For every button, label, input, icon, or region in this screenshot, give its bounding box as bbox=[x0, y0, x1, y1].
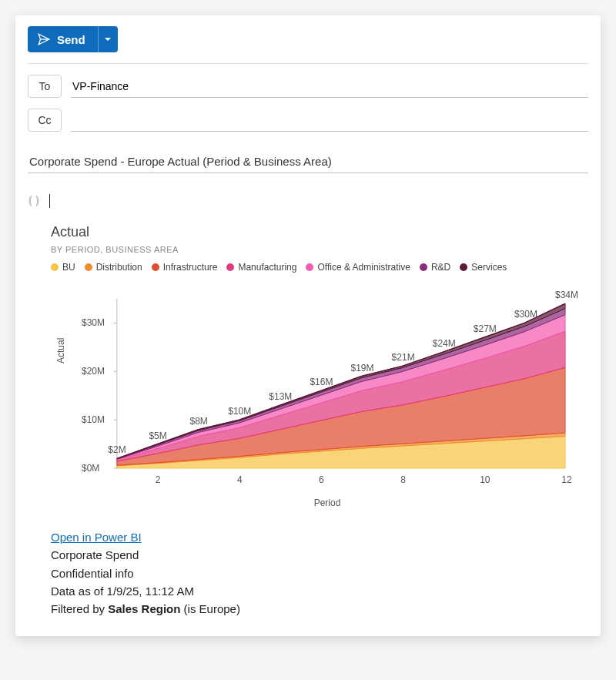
footer-data-as-of: Data as of 1/9/25, 11:12 AM bbox=[51, 585, 194, 598]
x-tick-label: 2 bbox=[156, 474, 161, 485]
chart-plot: Actual $0M$10M$20M$30M24681012$2M$5M$8M$… bbox=[80, 279, 571, 494]
data-label: $19M bbox=[351, 363, 374, 373]
legend-swatch bbox=[460, 263, 467, 271]
data-label: $21M bbox=[392, 352, 415, 363]
text-cursor bbox=[49, 194, 50, 208]
data-label: $30M bbox=[514, 309, 537, 320]
to-label: To bbox=[39, 80, 51, 92]
send-options-button[interactable] bbox=[98, 26, 118, 52]
compose-cursor-row bbox=[26, 193, 588, 209]
x-tick-label: 6 bbox=[319, 474, 324, 485]
data-label: $16M bbox=[310, 377, 333, 387]
compose-card: Send To Cc Actual bbox=[15, 15, 601, 636]
cc-picker-button[interactable]: Cc bbox=[28, 109, 62, 132]
data-label: $5M bbox=[149, 430, 166, 441]
legend-item[interactable]: BU bbox=[51, 262, 75, 273]
data-label: $24M bbox=[433, 338, 456, 349]
legend-swatch bbox=[226, 263, 234, 271]
legend-swatch bbox=[152, 263, 159, 271]
chart-footer: Open in Power BI Corporate Spend Confide… bbox=[51, 528, 588, 618]
legend-item[interactable]: Distribution bbox=[85, 262, 142, 273]
legend-item[interactable]: Services bbox=[460, 262, 507, 273]
chart-subtitle: BY PERIOD, BUSINESS AREA bbox=[51, 245, 574, 254]
open-in-power-bi-link[interactable]: Open in Power BI bbox=[51, 531, 142, 544]
send-bar: Send bbox=[28, 26, 588, 64]
data-label: $8M bbox=[190, 416, 208, 427]
legend-swatch bbox=[420, 263, 427, 271]
legend-swatch bbox=[85, 263, 92, 271]
chart-title: Actual bbox=[51, 224, 574, 240]
copilot-icon bbox=[26, 193, 42, 209]
data-label: $13M bbox=[269, 391, 292, 402]
data-label: $10M bbox=[228, 406, 251, 417]
x-tick-label: 4 bbox=[237, 474, 243, 485]
legend-label: Office & Administrative bbox=[317, 262, 410, 273]
legend-label: Manufacturing bbox=[238, 262, 296, 273]
cc-label: Cc bbox=[38, 114, 51, 126]
data-label: $27M bbox=[474, 323, 497, 334]
send-icon bbox=[37, 32, 51, 46]
legend-label: R&D bbox=[431, 262, 450, 273]
y-axis-label: Actual bbox=[55, 338, 66, 363]
legend-label: Distribution bbox=[96, 262, 142, 273]
chart-legend: BUDistributionInfrastructureManufacturin… bbox=[51, 262, 574, 273]
send-button-label: Send bbox=[57, 33, 85, 46]
legend-label: BU bbox=[62, 262, 75, 273]
cc-input[interactable] bbox=[71, 109, 588, 132]
data-label: $2M bbox=[108, 444, 126, 455]
y-tick-label: $20M bbox=[82, 366, 105, 377]
footer-filter: Filtered by Sales Region (is Europe) bbox=[51, 602, 240, 615]
legend-swatch bbox=[51, 263, 59, 271]
subject-input[interactable] bbox=[28, 150, 588, 173]
chart-card: Actual BY PERIOD, BUSINESS AREA BUDistri… bbox=[51, 224, 574, 508]
x-tick-label: 12 bbox=[561, 474, 571, 485]
data-label: $34M bbox=[555, 290, 578, 300]
y-tick-label: $0M bbox=[82, 463, 99, 474]
to-picker-button[interactable]: To bbox=[28, 75, 62, 98]
x-tick-label: 8 bbox=[400, 474, 406, 485]
y-tick-label: $30M bbox=[82, 317, 105, 328]
x-axis-label: Period bbox=[80, 497, 574, 508]
legend-item[interactable]: R&D bbox=[420, 262, 450, 273]
cc-row: Cc bbox=[28, 109, 588, 132]
to-row: To bbox=[28, 75, 588, 98]
legend-item[interactable]: Office & Administrative bbox=[306, 262, 410, 273]
chevron-down-icon bbox=[104, 35, 112, 43]
y-tick-label: $10M bbox=[82, 414, 105, 425]
x-tick-label: 10 bbox=[480, 474, 490, 485]
legend-item[interactable]: Manufacturing bbox=[226, 262, 296, 273]
to-input[interactable] bbox=[71, 75, 588, 98]
footer-source: Corporate Spend bbox=[51, 548, 139, 561]
send-button[interactable]: Send bbox=[28, 26, 98, 52]
footer-sensitivity: Confidential info bbox=[51, 567, 134, 580]
legend-label: Infrastructure bbox=[163, 262, 218, 273]
email-body[interactable]: Actual BY PERIOD, BUSINESS AREA BUDistri… bbox=[28, 193, 588, 618]
legend-swatch bbox=[306, 263, 313, 271]
legend-label: Services bbox=[471, 262, 507, 273]
legend-item[interactable]: Infrastructure bbox=[152, 262, 218, 273]
